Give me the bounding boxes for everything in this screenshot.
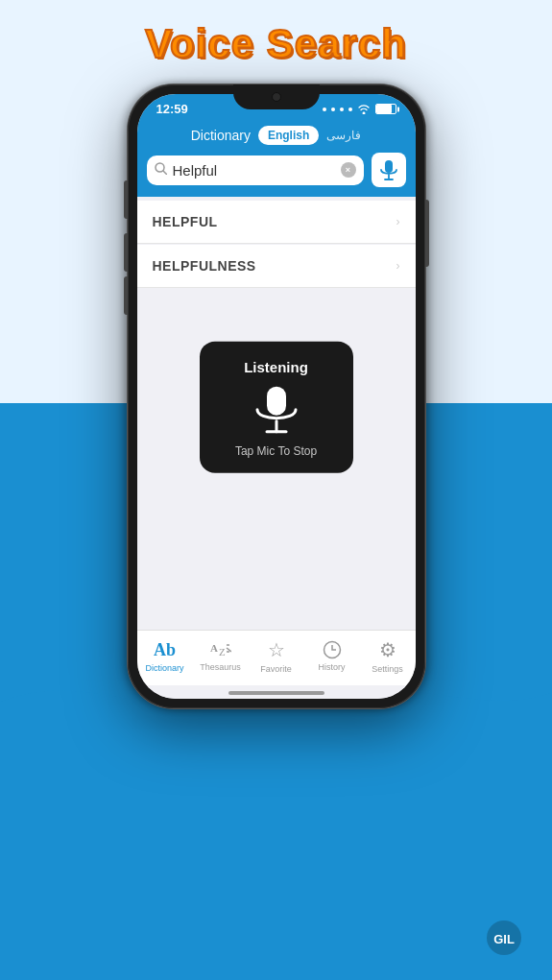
app-header: Dictionary English فارسی xyxy=(137,120,416,153)
svg-text:Z: Z xyxy=(219,646,226,657)
chevron-right-icon: › xyxy=(396,259,400,273)
nav-dictionary[interactable]: Dictionary xyxy=(191,128,251,143)
signal-dot-2 xyxy=(331,108,335,111)
phone-frame: 12:59 Dictionary Engli xyxy=(128,84,425,708)
results-list: HELPFUL › HELPFULNESS › Listening Tap Mi… xyxy=(137,197,416,630)
signal-dot-1 xyxy=(323,108,326,111)
mic-icon xyxy=(380,159,397,180)
tab-dictionary[interactable]: Ab Dictionary xyxy=(137,640,193,673)
listening-hint: Tap Mic To Stop xyxy=(235,443,317,457)
result-word: HELPFULNESS xyxy=(153,258,256,274)
tab-history[interactable]: History xyxy=(304,640,360,672)
tab-favorite-label: Favorite xyxy=(260,664,292,674)
svg-rect-2 xyxy=(385,160,393,173)
search-container: Helpful × xyxy=(137,153,416,197)
listening-title: Listening xyxy=(244,358,308,374)
svg-line-1 xyxy=(163,171,167,175)
search-bar: Helpful × xyxy=(147,155,364,185)
tab-bar: Ab Dictionary A Z Thesaurus ☆ Favorite xyxy=(137,630,416,685)
mic-button[interactable] xyxy=(372,153,406,187)
tab-history-label: History xyxy=(318,662,345,672)
svg-rect-5 xyxy=(267,386,286,415)
camera xyxy=(272,94,281,102)
status-icons xyxy=(323,104,396,114)
signal-dot-4 xyxy=(348,108,352,111)
search-clear-button[interactable]: × xyxy=(341,162,356,178)
tab-settings-label: Settings xyxy=(372,664,403,674)
nav-farsi[interactable]: فارسی xyxy=(326,129,361,142)
result-item-helpful[interactable]: HELPFUL › xyxy=(137,201,416,244)
wifi-icon xyxy=(357,104,371,114)
tab-settings[interactable]: ⚙ Settings xyxy=(360,638,416,674)
tab-thesaurus-icon: A Z xyxy=(210,640,231,659)
search-icon xyxy=(155,162,167,178)
page-title: Voice Search xyxy=(145,21,407,67)
app-nav: Dictionary English فارسی xyxy=(149,126,404,145)
svg-text:A: A xyxy=(210,642,218,654)
search-input[interactable]: Helpful xyxy=(173,162,335,179)
svg-text:GIL: GIL xyxy=(493,932,515,946)
tab-settings-icon: ⚙ xyxy=(379,638,396,661)
listening-mic-icon xyxy=(255,384,298,434)
chevron-right-icon: › xyxy=(396,215,400,228)
tab-thesaurus[interactable]: A Z Thesaurus xyxy=(193,640,249,672)
tab-dictionary-label: Dictionary xyxy=(145,663,183,673)
status-time: 12:59 xyxy=(156,102,188,116)
signal-dot-3 xyxy=(340,108,344,111)
result-item-helpfulness[interactable]: HELPFULNESS › xyxy=(137,245,416,288)
tab-dictionary-icon: Ab xyxy=(154,640,176,660)
tab-thesaurus-label: Thesaurus xyxy=(200,662,241,672)
home-indicator xyxy=(137,685,416,699)
tab-history-icon xyxy=(323,640,342,659)
battery-icon xyxy=(375,104,396,114)
tab-favorite-icon: ☆ xyxy=(268,638,285,661)
tab-favorite[interactable]: ☆ Favorite xyxy=(249,638,304,674)
notch xyxy=(233,94,320,109)
nav-english[interactable]: English xyxy=(258,126,319,145)
phone-screen: 12:59 Dictionary Engli xyxy=(137,94,416,699)
home-bar xyxy=(228,691,324,695)
result-word: HELPFUL xyxy=(153,214,218,229)
bottom-logo: GIL xyxy=(485,919,523,963)
listening-popup[interactable]: Listening Tap Mic To Stop xyxy=(200,341,353,472)
